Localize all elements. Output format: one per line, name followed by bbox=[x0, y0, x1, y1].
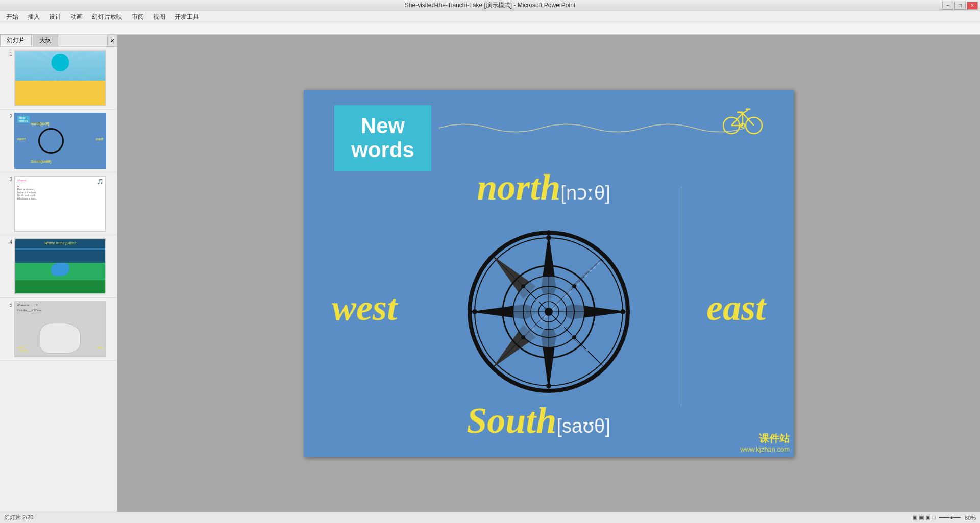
svg-point-36 bbox=[547, 348, 551, 352]
menu-view[interactable]: 视图 bbox=[149, 12, 169, 22]
svg-point-35 bbox=[547, 271, 551, 276]
zoom-slider[interactable]: ━━━●━━ bbox=[939, 514, 961, 521]
slide-panel[interactable]: 1 2 Newwords north[nɔːθ] west east South… bbox=[0, 47, 117, 512]
slide-count: 幻灯片 2/20 bbox=[4, 514, 33, 521]
slide-number-3: 3 bbox=[2, 176, 12, 182]
thumb2-west: west bbox=[17, 137, 26, 141]
maximize-button[interactable]: □ bbox=[954, 2, 966, 10]
thumb2-south: South[saʊθ] bbox=[31, 160, 51, 164]
panel-close-button[interactable]: × bbox=[107, 35, 117, 47]
svg-point-30 bbox=[546, 235, 551, 240]
slide-thumbnail-4[interactable]: 4 Where is the place? bbox=[0, 235, 117, 298]
slide-thumbnail-1[interactable]: 1 bbox=[0, 47, 117, 110]
south-phonetic: [saʊθ] bbox=[556, 415, 610, 437]
slide-number-1: 1 bbox=[2, 50, 12, 57]
svg-point-42 bbox=[572, 335, 576, 339]
svg-point-32 bbox=[472, 309, 477, 314]
svg-point-37 bbox=[508, 310, 512, 314]
thumb-image-5: Where is ...... ? It's in the___of China… bbox=[14, 301, 106, 357]
svg-point-33 bbox=[620, 309, 625, 314]
thumb2-new-words: Newwords bbox=[17, 116, 30, 123]
zoom-percent: 60% bbox=[965, 515, 976, 521]
menu-slideshow[interactable]: 幻灯片放映 bbox=[88, 12, 127, 22]
slide-number-2: 2 bbox=[2, 113, 12, 119]
svg-point-31 bbox=[546, 383, 551, 388]
minimize-button[interactable]: − bbox=[942, 2, 953, 10]
north-phonetic: [nɔːθ] bbox=[560, 182, 610, 204]
wavy-line bbox=[439, 118, 745, 138]
slide-canvas[interactable]: New words bbox=[304, 90, 794, 457]
slide-number-4: 4 bbox=[2, 238, 12, 245]
menu-review[interactable]: 审阅 bbox=[128, 12, 148, 22]
thumb-image-4: Where is the place? bbox=[14, 238, 106, 294]
south-text: South[saʊθ] bbox=[324, 400, 794, 442]
svg-line-8 bbox=[743, 110, 748, 113]
panel-tab-bar: 幻灯片 大纲 bbox=[0, 35, 117, 47]
menu-animation[interactable]: 动画 bbox=[66, 12, 87, 22]
new-words-text: New words bbox=[351, 114, 414, 161]
vertical-divider bbox=[681, 187, 681, 406]
status-bar: 幻灯片 2/20 ▣ ▣ ▣ □ ━━━●━━ 60% bbox=[0, 512, 980, 523]
status-right: ▣ ▣ ▣ □ ━━━●━━ 60% bbox=[912, 514, 976, 521]
thumb2-north: north[nɔːθ] bbox=[31, 122, 50, 126]
bicycle-icon bbox=[722, 105, 763, 143]
slide-thumbnail-3[interactable]: 3 chant: ♥ East and west , home is the b… bbox=[0, 172, 117, 235]
slide-thumbnail-2[interactable]: 2 Newwords north[nɔːθ] west east South[s… bbox=[0, 110, 117, 172]
watermark: 课件站 www.kjzhan.com bbox=[740, 432, 790, 453]
compass-svg bbox=[464, 228, 633, 396]
north-text: north[nɔːθ] bbox=[345, 166, 794, 209]
svg-point-34 bbox=[545, 308, 553, 316]
menu-start[interactable]: 开始 bbox=[2, 12, 22, 22]
compass-container bbox=[464, 228, 633, 396]
thumb-image-1 bbox=[14, 50, 106, 106]
svg-point-40 bbox=[572, 284, 576, 288]
zoom-label: ▣ ▣ ▣ □ bbox=[912, 514, 936, 521]
menu-developer[interactable]: 开发工具 bbox=[170, 12, 203, 22]
menu-design[interactable]: 设计 bbox=[45, 12, 65, 22]
watermark-logo: 课件站 bbox=[740, 432, 790, 445]
thumb-image-3: chant: ♥ East and west , home is the bes… bbox=[14, 176, 106, 232]
main-slide-area: New words bbox=[117, 35, 980, 512]
menu-insert[interactable]: 插入 bbox=[23, 12, 44, 22]
thumb2-east: east bbox=[96, 137, 103, 141]
close-window-button[interactable]: × bbox=[967, 2, 978, 10]
east-text: east bbox=[706, 286, 766, 329]
watermark-url: www.kjzhan.com bbox=[740, 445, 790, 453]
west-text: west bbox=[332, 286, 397, 329]
svg-point-41 bbox=[521, 335, 525, 339]
tab-outline[interactable]: 大纲 bbox=[33, 34, 58, 46]
svg-point-39 bbox=[521, 284, 525, 288]
window-title: She-visited-the-Tianchi-Lake [演示模式] - Mi… bbox=[405, 1, 575, 10]
thumb-image-2: Newwords north[nɔːθ] west east South[saʊ… bbox=[14, 113, 106, 169]
north-word: north bbox=[477, 167, 560, 208]
toolbar bbox=[0, 23, 980, 35]
menu-bar: 开始 插入 设计 动画 幻灯片放映 审阅 视图 开发工具 bbox=[0, 11, 980, 23]
new-words-box: New words bbox=[334, 105, 431, 171]
south-word: South bbox=[467, 400, 556, 441]
slide-thumbnail-5[interactable]: 5 Where is ...... ? It's in the___of Chi… bbox=[0, 298, 117, 361]
slide-number-5: 5 bbox=[2, 301, 12, 308]
title-bar: She-visited-the-Tianchi-Lake [演示模式] - Mi… bbox=[0, 0, 980, 11]
svg-point-38 bbox=[585, 310, 589, 314]
thumb2-compass bbox=[38, 128, 64, 154]
tab-slides[interactable]: 幻灯片 bbox=[0, 34, 32, 46]
